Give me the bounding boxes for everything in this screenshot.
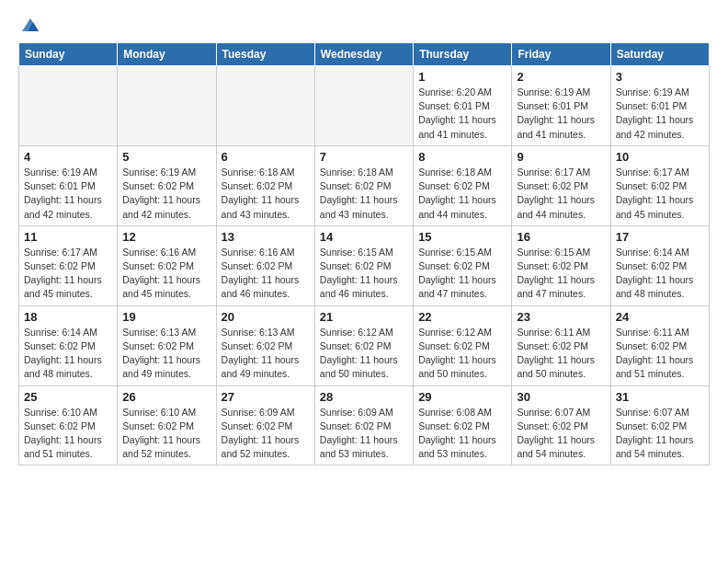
day-number: 11 — [24, 230, 112, 244]
calendar-cell: 23Sunrise: 6:11 AMSunset: 6:02 PMDayligh… — [512, 305, 610, 385]
calendar-cell: 14Sunrise: 6:15 AMSunset: 6:02 PMDayligh… — [314, 225, 413, 305]
logo — [18, 15, 40, 35]
col-header-wednesday: Wednesday — [314, 43, 413, 66]
header — [18, 15, 710, 35]
day-number: 22 — [418, 310, 506, 324]
calendar-cell: 13Sunrise: 6:16 AMSunset: 6:02 PMDayligh… — [216, 225, 314, 305]
day-info: Sunrise: 6:13 AMSunset: 6:02 PMDaylight:… — [222, 326, 310, 382]
day-info: Sunrise: 6:13 AMSunset: 6:02 PMDaylight:… — [122, 326, 210, 382]
col-header-monday: Monday — [118, 43, 216, 66]
calendar-cell: 5Sunrise: 6:19 AMSunset: 6:02 PMDaylight… — [118, 145, 216, 225]
calendar-cell: 10Sunrise: 6:17 AMSunset: 6:02 PMDayligh… — [610, 145, 709, 225]
day-number: 15 — [418, 230, 506, 244]
day-info: Sunrise: 6:18 AMSunset: 6:02 PMDaylight:… — [222, 166, 310, 222]
day-number: 10 — [616, 150, 704, 164]
day-info: Sunrise: 6:11 AMSunset: 6:02 PMDaylight:… — [517, 326, 605, 382]
calendar-cell: 28Sunrise: 6:09 AMSunset: 6:02 PMDayligh… — [314, 385, 413, 465]
calendar-cell: 11Sunrise: 6:17 AMSunset: 6:02 PMDayligh… — [19, 225, 118, 305]
calendar-cell: 20Sunrise: 6:13 AMSunset: 6:02 PMDayligh… — [216, 305, 314, 385]
day-info: Sunrise: 6:07 AMSunset: 6:02 PMDaylight:… — [517, 406, 605, 462]
day-info: Sunrise: 6:09 AMSunset: 6:02 PMDaylight:… — [320, 406, 408, 462]
page: SundayMondayTuesdayWednesdayThursdayFrid… — [0, 0, 728, 480]
day-number: 26 — [122, 390, 210, 404]
day-number: 25 — [24, 390, 112, 404]
calendar-cell: 27Sunrise: 6:09 AMSunset: 6:02 PMDayligh… — [216, 385, 314, 465]
col-header-saturday: Saturday — [610, 43, 709, 66]
day-number: 6 — [222, 150, 310, 164]
day-number: 16 — [517, 230, 605, 244]
day-info: Sunrise: 6:07 AMSunset: 6:02 PMDaylight:… — [616, 406, 704, 462]
calendar-cell: 29Sunrise: 6:08 AMSunset: 6:02 PMDayligh… — [414, 385, 512, 465]
day-info: Sunrise: 6:18 AMSunset: 6:02 PMDaylight:… — [418, 166, 506, 222]
day-number: 12 — [122, 230, 210, 244]
day-number: 13 — [222, 230, 310, 244]
calendar-cell — [314, 66, 413, 146]
day-info: Sunrise: 6:16 AMSunset: 6:02 PMDaylight:… — [122, 246, 210, 302]
calendar-cell: 7Sunrise: 6:18 AMSunset: 6:02 PMDaylight… — [314, 145, 413, 225]
calendar: SundayMondayTuesdayWednesdayThursdayFrid… — [18, 42, 710, 465]
week-row-5: 25Sunrise: 6:10 AMSunset: 6:02 PMDayligh… — [19, 385, 710, 465]
day-number: 7 — [320, 150, 408, 164]
calendar-cell: 22Sunrise: 6:12 AMSunset: 6:02 PMDayligh… — [414, 305, 512, 385]
day-number: 30 — [517, 390, 605, 404]
day-info: Sunrise: 6:19 AMSunset: 6:01 PMDaylight:… — [24, 166, 112, 222]
calendar-cell: 24Sunrise: 6:11 AMSunset: 6:02 PMDayligh… — [610, 305, 709, 385]
calendar-cell: 15Sunrise: 6:15 AMSunset: 6:02 PMDayligh… — [414, 225, 512, 305]
col-header-tuesday: Tuesday — [216, 43, 314, 66]
calendar-cell: 18Sunrise: 6:14 AMSunset: 6:02 PMDayligh… — [19, 305, 118, 385]
day-info: Sunrise: 6:19 AMSunset: 6:01 PMDaylight:… — [616, 86, 704, 142]
day-number: 18 — [24, 310, 112, 324]
col-header-sunday: Sunday — [19, 43, 118, 66]
day-info: Sunrise: 6:09 AMSunset: 6:02 PMDaylight:… — [222, 406, 310, 462]
day-info: Sunrise: 6:18 AMSunset: 6:02 PMDaylight:… — [320, 166, 408, 222]
day-info: Sunrise: 6:15 AMSunset: 6:02 PMDaylight:… — [517, 246, 605, 302]
calendar-header-row: SundayMondayTuesdayWednesdayThursdayFrid… — [19, 43, 710, 66]
day-number: 27 — [222, 390, 310, 404]
day-info: Sunrise: 6:11 AMSunset: 6:02 PMDaylight:… — [616, 326, 704, 382]
calendar-cell: 6Sunrise: 6:18 AMSunset: 6:02 PMDaylight… — [216, 145, 314, 225]
calendar-cell: 12Sunrise: 6:16 AMSunset: 6:02 PMDayligh… — [118, 225, 216, 305]
day-info: Sunrise: 6:10 AMSunset: 6:02 PMDaylight:… — [24, 406, 112, 462]
day-number: 3 — [616, 70, 704, 84]
calendar-cell: 25Sunrise: 6:10 AMSunset: 6:02 PMDayligh… — [19, 385, 118, 465]
calendar-cell — [19, 66, 118, 146]
week-row-3: 11Sunrise: 6:17 AMSunset: 6:02 PMDayligh… — [19, 225, 710, 305]
day-number: 1 — [418, 70, 506, 84]
day-number: 2 — [517, 70, 605, 84]
day-info: Sunrise: 6:17 AMSunset: 6:02 PMDaylight:… — [517, 166, 605, 222]
day-info: Sunrise: 6:20 AMSunset: 6:01 PMDaylight:… — [418, 86, 506, 142]
week-row-2: 4Sunrise: 6:19 AMSunset: 6:01 PMDaylight… — [19, 145, 710, 225]
day-info: Sunrise: 6:15 AMSunset: 6:02 PMDaylight:… — [418, 246, 506, 302]
day-number: 14 — [320, 230, 408, 244]
calendar-cell: 16Sunrise: 6:15 AMSunset: 6:02 PMDayligh… — [512, 225, 610, 305]
week-row-1: 1Sunrise: 6:20 AMSunset: 6:01 PMDaylight… — [19, 66, 710, 146]
day-number: 20 — [222, 310, 310, 324]
day-number: 9 — [517, 150, 605, 164]
day-info: Sunrise: 6:19 AMSunset: 6:01 PMDaylight:… — [517, 86, 605, 142]
day-info: Sunrise: 6:12 AMSunset: 6:02 PMDaylight:… — [320, 326, 408, 382]
day-number: 17 — [616, 230, 704, 244]
calendar-cell: 2Sunrise: 6:19 AMSunset: 6:01 PMDaylight… — [512, 66, 610, 146]
col-header-friday: Friday — [512, 43, 610, 66]
day-number: 8 — [418, 150, 506, 164]
day-info: Sunrise: 6:10 AMSunset: 6:02 PMDaylight:… — [122, 406, 210, 462]
day-info: Sunrise: 6:15 AMSunset: 6:02 PMDaylight:… — [320, 246, 408, 302]
day-info: Sunrise: 6:17 AMSunset: 6:02 PMDaylight:… — [24, 246, 112, 302]
calendar-cell: 21Sunrise: 6:12 AMSunset: 6:02 PMDayligh… — [314, 305, 413, 385]
day-info: Sunrise: 6:14 AMSunset: 6:02 PMDaylight:… — [616, 246, 704, 302]
day-number: 4 — [24, 150, 112, 164]
day-number: 5 — [122, 150, 210, 164]
day-number: 19 — [122, 310, 210, 324]
calendar-cell: 3Sunrise: 6:19 AMSunset: 6:01 PMDaylight… — [610, 66, 709, 146]
day-number: 24 — [616, 310, 704, 324]
week-row-4: 18Sunrise: 6:14 AMSunset: 6:02 PMDayligh… — [19, 305, 710, 385]
day-number: 21 — [320, 310, 408, 324]
calendar-cell: 17Sunrise: 6:14 AMSunset: 6:02 PMDayligh… — [610, 225, 709, 305]
day-number: 28 — [320, 390, 408, 404]
day-number: 23 — [517, 310, 605, 324]
calendar-cell: 30Sunrise: 6:07 AMSunset: 6:02 PMDayligh… — [512, 385, 610, 465]
day-info: Sunrise: 6:12 AMSunset: 6:02 PMDaylight:… — [418, 326, 506, 382]
calendar-cell: 19Sunrise: 6:13 AMSunset: 6:02 PMDayligh… — [118, 305, 216, 385]
calendar-cell — [216, 66, 314, 146]
day-info: Sunrise: 6:16 AMSunset: 6:02 PMDaylight:… — [222, 246, 310, 302]
